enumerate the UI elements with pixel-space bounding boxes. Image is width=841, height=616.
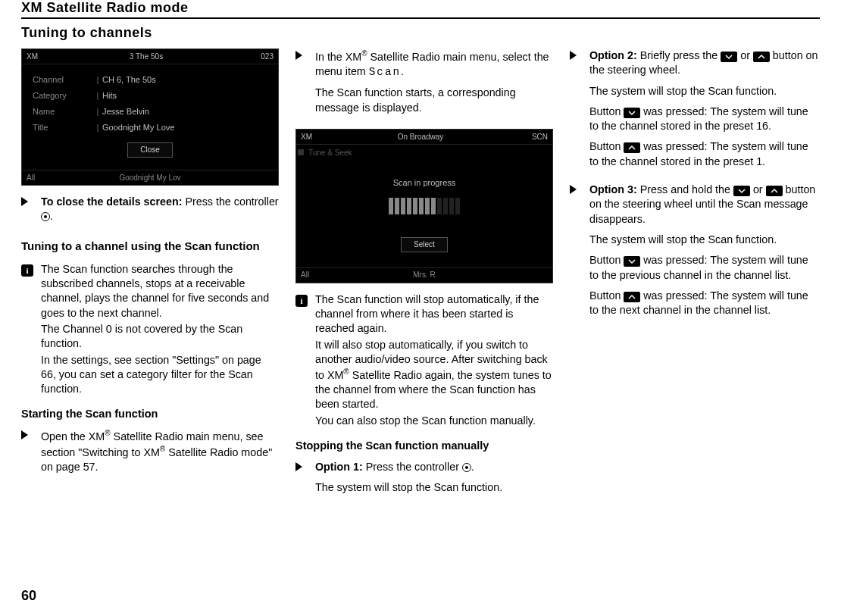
step-text: Option 2: Briefly press the or button on… — [589, 48, 820, 78]
step-content: Option 1: Press the controller . The sys… — [315, 460, 553, 502]
foot-left: All — [301, 270, 339, 280]
step-marker — [21, 428, 41, 480]
step-option-1: Option 1: Press the controller . The sys… — [295, 460, 553, 502]
step-content: Option 2: Briefly press the or button on… — [589, 48, 820, 175]
bold-text: Option 1: — [315, 461, 363, 473]
step-text: Option 1: Press the controller . — [315, 460, 553, 474]
foot-left: All — [27, 173, 64, 183]
down-button-icon — [624, 256, 640, 267]
screenshot-row: Title|Goodnight My Love — [33, 120, 267, 136]
close-button: Close — [127, 142, 173, 158]
screenshot-top-right: 023 — [236, 52, 274, 62]
chapter-title: XM Satellite Radio mode — [21, 0, 820, 19]
row-sep: | — [93, 106, 102, 117]
step-text: Button was pressed: The system will tune… — [589, 253, 820, 283]
text: . — [401, 65, 404, 77]
info-text: The Channel 0 is not covered by the Scan… — [41, 322, 279, 352]
column-1: XM 3 The 50s 023 Channel|CH 6, The 50s C… — [21, 48, 279, 508]
subline-text: Tune & Seek — [308, 149, 352, 157]
step-text: In the XM® Satellite Radio main menu, se… — [315, 48, 553, 80]
triangle-icon — [570, 51, 577, 60]
row-value: Goodnight My Love — [102, 122, 267, 133]
sub-sub-heading-start: Starting the Scan function — [21, 407, 279, 422]
down-button-icon — [733, 186, 750, 196]
step-close-details: To close the details screen: Press the c… — [21, 195, 279, 230]
screenshot-topbar: XM On Broadway SCN — [296, 130, 552, 145]
step-text: The system will stop the Scan function. — [315, 480, 553, 495]
step-marker — [295, 48, 315, 121]
text: Open the XM — [41, 430, 105, 442]
screenshot-footbar: All Goodnight My Lov — [22, 170, 278, 185]
row-label: Title — [33, 122, 93, 133]
text: Briefly press the — [637, 49, 721, 61]
foot-center: Mrs. R — [339, 270, 510, 280]
column-3: Option 2: Briefly press the or button on… — [570, 48, 820, 508]
page-number: 60 — [21, 588, 36, 604]
screenshot-row: Channel|CH 6, The 50s — [33, 72, 267, 88]
screenshot-row: Category|Hits — [33, 88, 267, 104]
triangle-icon — [295, 51, 302, 60]
text: Satellite Radio again, the system tunes … — [315, 369, 552, 411]
info-icon: i — [21, 264, 33, 277]
text: Button — [589, 254, 624, 266]
controller-icon — [41, 212, 50, 221]
down-button-icon — [721, 52, 737, 62]
info-content: The Scan function will stop automaticall… — [315, 292, 553, 430]
up-button-icon — [766, 186, 783, 196]
dot-icon — [298, 149, 304, 155]
step-option-3: Option 3: Press and hold the or button o… — [570, 183, 820, 324]
row-value: CH 6, The 50s — [102, 74, 267, 86]
registered-mark: ® — [105, 429, 110, 437]
row-sep: | — [93, 74, 102, 86]
registered-mark: ® — [343, 367, 349, 376]
scan-message: Scan in progress — [307, 177, 542, 189]
step-content: Option 3: Press and hold the or button o… — [589, 183, 820, 324]
screenshot-top-center: On Broadway — [331, 132, 510, 142]
step-text: Button was pressed: The system will tune… — [589, 105, 820, 134]
step-marker — [21, 195, 41, 230]
row-value: Hits — [102, 90, 267, 102]
screenshot-button-row: Close — [33, 135, 267, 162]
text: Button — [589, 105, 624, 117]
step-text: Open the XM® Satellite Radio main menu, … — [41, 428, 279, 474]
row-label: Channel — [33, 74, 93, 86]
down-button-icon — [624, 108, 640, 118]
step-open-menu: Open the XM® Satellite Radio main menu, … — [21, 428, 279, 480]
screenshot-top-right: SCN — [510, 132, 548, 142]
info-icon: i — [295, 295, 308, 307]
screenshot-brand: XM — [27, 52, 57, 62]
info-text: You can also stop the Scan function manu… — [315, 414, 553, 428]
step-text: To close the details screen: Press the c… — [41, 195, 279, 224]
menu-item-scan: Scan — [369, 66, 401, 78]
step-marker — [570, 183, 589, 324]
info-content: The Scan function searches through the s… — [41, 262, 279, 399]
progress-bar — [388, 198, 461, 217]
screenshot-button-row: Select — [307, 230, 542, 257]
text: Button — [589, 140, 624, 152]
text: or — [737, 49, 753, 61]
screenshot-body: Channel|CH 6, The 50s Category|Hits Name… — [22, 64, 278, 170]
screenshot-brand: XM — [301, 132, 331, 142]
row-value: Jesse Belvin — [102, 106, 267, 117]
screenshot-footbar: All Mrs. R — [296, 267, 552, 283]
registered-mark: ® — [361, 49, 367, 58]
info-marker: i — [21, 262, 41, 399]
sub-heading-scan: Tuning to a channel using the Scan funct… — [21, 239, 279, 254]
screenshot-subline: Tune & Seek — [296, 145, 552, 161]
bold-text: Option 3: — [589, 183, 637, 195]
details-screenshot: XM 3 The 50s 023 Channel|CH 6, The 50s C… — [21, 48, 279, 186]
up-button-icon — [753, 52, 770, 62]
up-button-icon — [624, 292, 640, 302]
text: Press the controller — [182, 195, 278, 208]
info-text: The Scan function will stop automaticall… — [315, 292, 553, 336]
text: Press and hold the — [637, 183, 733, 195]
text: Press the controller — [363, 461, 462, 473]
triangle-icon — [21, 197, 28, 206]
info-text: The Scan function searches through the s… — [41, 262, 279, 321]
step-text: Button was pressed: The system will tune… — [589, 289, 820, 318]
screenshot-topbar: XM 3 The 50s 023 — [22, 49, 278, 64]
select-button: Select — [401, 237, 448, 252]
step-option-2: Option 2: Briefly press the or button on… — [570, 48, 820, 175]
step-content: Open the XM® Satellite Radio main menu, … — [41, 428, 279, 480]
column-2: In the XM® Satellite Radio main menu, se… — [295, 48, 553, 508]
